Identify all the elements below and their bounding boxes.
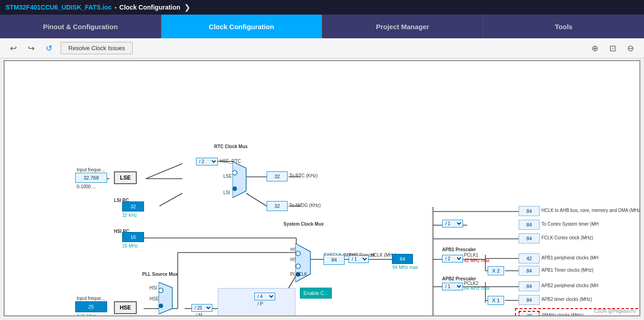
apb1-div-select[interactable]: / 2/ 1/ 4/ 8/ 16 [442,255,463,263]
pll-src-mux-label: PLL Source Mux [142,272,178,277]
svg-point-51 [159,304,163,308]
apb2-timer-x1: X 1 [488,296,504,305]
p-label: / P [258,301,263,306]
pclk2-max-label: 84 MHz max [464,286,489,291]
hse-rtc-div-select[interactable]: / 2/ 4/ 8 [196,158,218,165]
enable-c-button[interactable]: Enable C... [300,288,332,299]
hse-pll-label: HSE [149,296,159,301]
refresh-button[interactable]: ↺ [43,41,55,55]
iwdg-output-box[interactable]: 32 [267,201,288,211]
svg-point-47 [296,264,300,268]
iwdg-label: To IWDG (KHz) [289,203,321,208]
lse-input-box[interactable]: 32.768 [75,173,107,183]
toolbar: ↩ ↪ ↺ Resolve Clock Issues ⊕ ⊡ ⊖ [0,38,644,58]
hse-input-box[interactable]: 25 [75,301,107,312]
title-bar: STM32F401CCU6_UDISK_FATS.ioc - Clock Con… [0,0,644,15]
hclk-max-label: 84 MHz max [392,265,418,270]
hsi-freq-label: 16 MHz [122,243,138,248]
svg-point-46 [296,251,300,256]
svg-line-6 [246,193,267,206]
lsi-mux-label: LSI [223,190,230,195]
hclk-ahb-box[interactable]: 84 [519,206,540,216]
div-m-select[interactable]: / 25/ 2/ 4 [191,304,212,312]
fclk-box[interactable]: 84 [519,233,540,243]
clock-diagram: Input freque... 32.768 0-1000 ... LSE LS… [5,61,639,315]
title-arrow: ❯ [184,3,190,12]
rtc-mux-label: RTC Clock Mux [214,144,247,149]
rtc-mux-svg [232,161,247,198]
svg-line-1 [146,164,182,179]
m-label: / M [196,313,202,316]
lse-range-label: 0-1000 ... [77,184,96,189]
apb1-timer-label: APB1 Timer clocks (MHz) [541,268,593,273]
svg-marker-49 [159,282,172,314]
hsi-value-box[interactable]: 16 [122,232,144,242]
hse-block: HSE [114,301,137,314]
pclk2-label: PCLK2 [464,281,479,286]
resolve-clock-button[interactable]: Resolve Clock Issues [61,42,133,54]
svg-line-3 [160,193,182,206]
tab-project[interactable]: Project Manager [322,15,484,38]
title-separator: - [114,4,117,11]
apb2-div-select[interactable]: / 1/ 2/ 4/ 8/ 16 [442,283,463,290]
cortex-div-select[interactable]: / 1/ 8 [442,220,463,227]
apb1-periph-box[interactable]: 42 [519,253,540,263]
redo-button[interactable]: ↪ [25,41,37,55]
apb2-periph-label: APB2 peripheral clocks (MH [541,283,598,288]
lse-mux-label: LSE [223,174,232,179]
rtc-mux-shape [232,161,247,199]
tab-tools[interactable]: Tools [484,15,644,38]
clock-canvas: Input freque... 32.768 0-1000 ... LSE LS… [4,60,640,316]
sysclk-box[interactable]: 84 [324,255,345,265]
apb2-timer-label: APB2 timer clocks (MHz) [541,297,592,302]
pll-src-mux-svg [159,282,173,314]
apb1-timer-box[interactable]: 84 [519,266,540,276]
tab-bar: Pinout & Configuration Clock Configurati… [0,15,644,38]
cortex-label: To Cortex System timer (MH [541,222,599,227]
input-freq-hse-label: Input freque... [77,296,105,301]
sysclk-mux-label: System Clock Mux [283,222,324,227]
lsi-freq-label: 32 KHz [122,213,137,218]
tab-clock[interactable]: Clock Configuration [161,15,323,38]
apb2-periph-box[interactable]: 84 [519,281,540,291]
lse-block: LSE [114,171,137,184]
rtc-label: To RTC (KHz) [289,173,318,178]
footer-text: CSDN @PegasusYu [594,309,636,314]
pllclk-label: PLLCLK [290,272,307,277]
hse-freq-label: 4-26 MHz [77,314,96,316]
hsi-pll-label: HSI [149,285,157,290]
fit-button[interactable]: ⊡ [607,41,619,55]
undo-button[interactable]: ↩ [7,41,20,55]
pll-src-mux-shape [159,282,173,315]
svg-point-43 [232,170,237,175]
div-p-select[interactable]: / 4/ 2/ 6/ 8 [254,293,275,300]
pclk1-label: PCLK1 [464,253,479,258]
diagram-lines [5,61,639,315]
zoom-in-button[interactable]: ⊕ [589,41,601,55]
hclk-ahb-label: HCLK to AHB bus, core, memory and DMA (M… [541,208,640,213]
rtc-output-box[interactable]: 32 [267,171,288,181]
svg-marker-42 [232,161,246,198]
ahb-prescaler-select[interactable]: / 1/ 2/ 4 [349,255,369,263]
pclk1-max-label: 42 MHz max [464,258,489,263]
title-filename: STM32F401CCU6_UDISK_FATS.ioc [5,4,112,11]
apb2-timer-box[interactable]: 84 [519,295,540,305]
title-section: Clock Configuration [119,4,180,11]
svg-point-44 [232,186,237,191]
svg-point-50 [159,288,163,293]
lsi-value-box[interactable]: 32 [122,201,144,212]
input-freq-lse-label: Input freque... [77,167,105,172]
apb1-prescaler-label: APB1 Prescaler [442,247,476,252]
sys-mux-shape [295,243,311,283]
fclk-label: FCLK Cortex clock (MHz) [541,235,593,240]
cortex-value-box[interactable]: 84 [519,220,540,230]
zoom-out-button[interactable]: ⊖ [624,41,637,55]
apb1-periph-label: APB1 peripheral clocks (MH [541,255,598,260]
tab-pinout[interactable]: Pinout & Configuration [0,15,161,38]
hclk-box[interactable]: 84 [392,254,413,264]
apb1-timer-x2: X 2 [488,266,504,275]
